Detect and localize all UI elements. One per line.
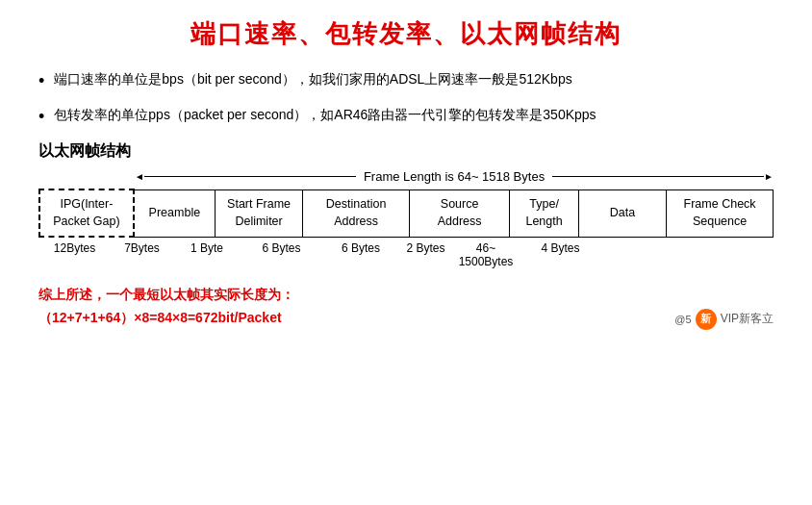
section-title: 以太网帧结构 (38, 141, 774, 162)
bytes-sfd: 1 Byte (173, 241, 241, 268)
col-preamble: Preamble (134, 189, 216, 237)
col-type: Type/Length (510, 189, 579, 237)
bytes-fcs: 4 Bytes (520, 241, 601, 268)
bytes-preamble: 7Bytes (111, 241, 173, 268)
col-dest-addr: DestinationAddress (303, 189, 410, 237)
watermark-prefix: @5 (674, 314, 691, 325)
col-src-addr: SourceAddress (409, 189, 509, 237)
bytes-src: 6 Bytes (322, 241, 399, 268)
watermark: @5 新 VIP新客立 (674, 309, 774, 330)
bullet-dot-1: • (38, 68, 44, 94)
col-data: Data (578, 189, 666, 237)
bullet-dot-2: • (38, 104, 44, 130)
summary-line2: （12+7+1+64）×8=84×8=672bit/Packet (38, 307, 294, 330)
bytes-dest: 6 Bytes (241, 241, 322, 268)
ethernet-frame-table: IPG(Inter-Packet Gap) Preamble Start Fra… (38, 189, 774, 238)
bullet-item-2: • 包转发率的单位pps（packet per second），如AR46路由器… (38, 104, 774, 130)
bullet-section: • 端口速率的单位是bps（bit per second），如我们家用的ADSL… (38, 68, 774, 130)
frame-diagram: ◄ Frame Length is 64~ 1518 Bytes ► IPG(I… (38, 169, 774, 268)
col-fcs: Frame CheckSequence (667, 189, 774, 237)
bullet-text-1: 端口速率的单位是bps（bit per second），如我们家用的ADSL上网… (54, 68, 571, 91)
bullet-item-1: • 端口速率的单位是bps（bit per second），如我们家用的ADSL… (38, 68, 774, 94)
watermark-icon: 新 (696, 309, 717, 330)
col-ipg: IPG(Inter-Packet Gap) (39, 189, 134, 237)
frame-length-label: Frame Length is 64~ 1518 Bytes (356, 169, 552, 184)
summary-text: 综上所述，一个最短以太帧其实际长度为： （12+7+1+64）×8=84×8=6… (38, 284, 294, 330)
col-sfd: Start FrameDelimiter (215, 189, 302, 237)
summary-line1: 综上所述，一个最短以太帧其实际长度为： (38, 284, 294, 307)
watermark-text: VIP新客立 (721, 311, 774, 327)
bottom-row: 综上所述，一个最短以太帧其实际长度为： （12+7+1+64）×8=84×8=6… (38, 274, 774, 330)
page-title: 端口速率、包转发率、以太网帧结构 (38, 17, 774, 51)
bullet-text-2: 包转发率的单位pps（packet per second），如AR46路由器一代… (54, 104, 596, 127)
bytes-ipg: 12Bytes (38, 241, 111, 268)
bytes-data: 46~ 1500Bytes (452, 241, 520, 268)
bytes-type: 2 Bytes (399, 241, 452, 268)
